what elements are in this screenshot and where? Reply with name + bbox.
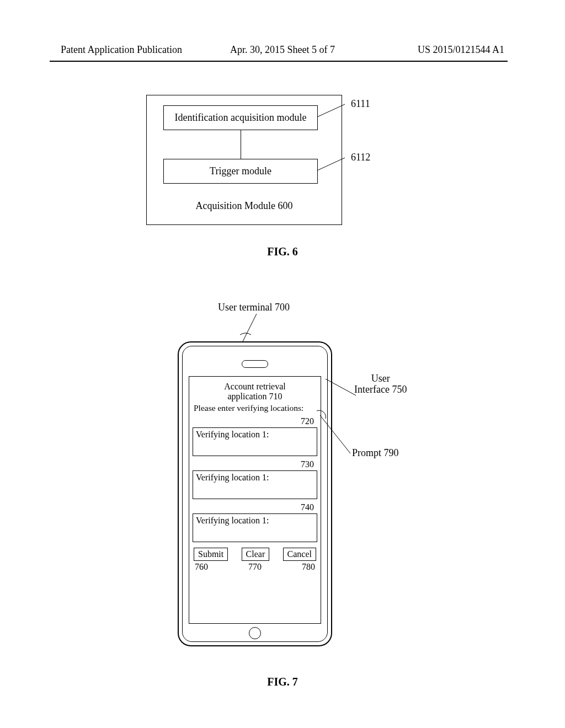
cancel-button[interactable]: Cancel	[283, 548, 316, 561]
app-title-line2: application 710	[227, 392, 282, 401]
fig6-container: Identification acquisition module Trigge…	[146, 95, 342, 225]
app-title: Account retrieval application 710	[193, 382, 317, 401]
prompt-callout: Prompt 790	[352, 448, 399, 459]
box-a-label: Identification acquisition module	[175, 112, 307, 124]
submit-button[interactable]: Submit	[194, 548, 228, 561]
phone-speaker-icon	[242, 360, 268, 368]
field2-label: Verifying location 1:	[196, 473, 269, 482]
svg-line-2	[243, 314, 257, 341]
cancel-ref: 780	[302, 562, 315, 572]
header-left: Patent Application Publication	[61, 44, 182, 56]
field1-ref: 720	[193, 416, 317, 426]
prompt-text: Please enter verifying locations:	[193, 403, 317, 413]
header-divider	[50, 61, 508, 62]
connector-line	[241, 130, 241, 159]
ui-callout-line1: User	[371, 373, 390, 384]
home-button-icon	[249, 627, 261, 639]
user-terminal-label: User terminal 700	[218, 302, 290, 313]
field3-ref: 740	[193, 502, 317, 512]
submit-ref: 760	[195, 562, 208, 572]
verifying-location-1-field[interactable]: Verifying location 1:	[193, 427, 317, 456]
field3-label: Verifying location 1:	[196, 516, 269, 525]
app-title-line1: Account retrieval	[224, 382, 286, 391]
box-b-label: Trigger module	[210, 165, 271, 177]
identification-acquisition-module-box: Identification acquisition module	[163, 105, 318, 130]
field2-ref: 730	[193, 459, 317, 469]
phone-outline: Account retrieval application 710 Please…	[178, 341, 332, 646]
clear-button[interactable]: Clear	[242, 548, 270, 561]
clear-ref: 770	[248, 562, 262, 572]
user-interface-callout: User Interface 750	[354, 373, 407, 395]
verifying-location-2-field[interactable]: Verifying location 1:	[193, 470, 317, 499]
field1-label: Verifying location 1:	[196, 430, 269, 439]
ref-6111: 6111	[351, 98, 370, 110]
screen: Account retrieval application 710 Please…	[189, 376, 321, 624]
trigger-module-box: Trigger module	[163, 159, 318, 184]
phone-inner-outline: Account retrieval application 710 Please…	[182, 346, 328, 642]
fig6-figure-label: FIG. 6	[0, 245, 565, 258]
header-right: US 2015/0121544 A1	[418, 44, 504, 56]
fig6-caption: Acquisition Module 600	[147, 200, 342, 212]
verifying-location-3-field[interactable]: Verifying location 1:	[193, 513, 317, 542]
ui-callout-line2: Interface 750	[354, 384, 407, 395]
ref-6112: 6112	[351, 152, 370, 163]
header-center: Apr. 30, 2015 Sheet 5 of 7	[230, 44, 335, 56]
fig7-figure-label: FIG. 7	[0, 676, 565, 688]
